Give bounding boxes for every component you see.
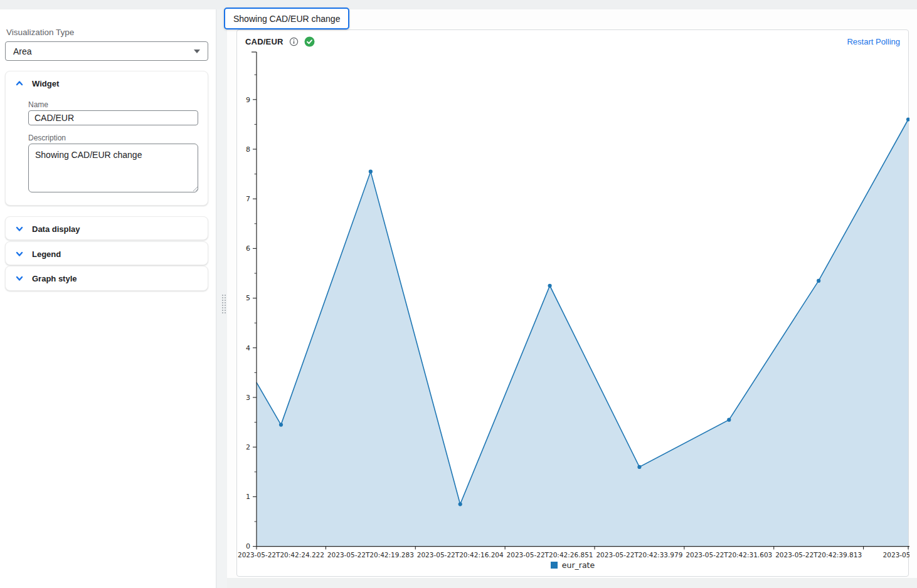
- svg-text:9: 9: [246, 96, 250, 104]
- section-graph-style: Graph style: [5, 266, 208, 291]
- widget-section-title: Widget: [32, 79, 59, 88]
- chart-legend[interactable]: eur_rate: [237, 560, 908, 570]
- visualization-type-label: Visualization Type: [6, 28, 74, 37]
- area-chart: 01234567892023-05-22T20:42:24.2222023-05…: [237, 30, 909, 577]
- svg-text:2: 2: [246, 443, 250, 451]
- config-sidebar: Visualization Type Area Widget Name Desc…: [0, 9, 216, 588]
- svg-text:6: 6: [246, 244, 250, 253]
- widget-section-header[interactable]: Widget: [6, 71, 208, 95]
- svg-text:5: 5: [246, 294, 250, 302]
- svg-text:2023-05-22T20:42:24.222: 2023-05-22T20:42:24.222: [238, 551, 324, 559]
- chevron-down-icon: [14, 273, 24, 283]
- svg-text:8: 8: [246, 145, 250, 154]
- bottom-band: [227, 578, 917, 588]
- legend-swatch-icon: [551, 562, 558, 569]
- splitter-handle[interactable]: [221, 294, 226, 314]
- section-data-display-header[interactable]: Data display: [6, 217, 208, 241]
- chevron-down-icon: [14, 249, 24, 259]
- section-label: Data display: [32, 224, 80, 234]
- name-input[interactable]: [28, 110, 198, 125]
- svg-text:2023-05-22T20:42:19.283: 2023-05-22T20:42:19.283: [327, 551, 414, 559]
- tooltip-text: Showing CAD/EUR change: [233, 14, 340, 24]
- svg-text:2023-05-22T20:42:33.979: 2023-05-22T20:42:33.979: [596, 551, 682, 559]
- svg-text:2023-05-22T20:42:16.204: 2023-05-22T20:42:16.204: [417, 551, 504, 559]
- section-legend-header[interactable]: Legend: [6, 242, 208, 266]
- svg-text:7: 7: [246, 195, 250, 203]
- name-label: Name: [28, 100, 48, 109]
- visualization-type-value: Area: [13, 46, 194, 56]
- splitter-gutter: [217, 9, 227, 588]
- svg-text:2023-05-22T20:42:39.813: 2023-05-22T20:42:39.813: [775, 551, 862, 559]
- svg-text:4: 4: [246, 344, 250, 352]
- svg-text:3: 3: [246, 394, 250, 402]
- section-graph-style-header[interactable]: Graph style: [6, 266, 208, 290]
- chart-card: CAD/EUR Restart Polling 01234567892023-0…: [236, 29, 909, 577]
- description-label: Description: [28, 134, 66, 142]
- visualization-type-select[interactable]: Area: [5, 41, 208, 61]
- description-textarea[interactable]: Showing CAD/EUR change: [28, 144, 198, 192]
- section-legend: Legend: [5, 241, 208, 265]
- widget-panel: Widget Name Description Showing CAD/EUR …: [5, 71, 208, 206]
- legend-label: eur_rate: [562, 560, 595, 570]
- svg-text:2023-05-22T20:42:31.603: 2023-05-22T20:42:31.603: [686, 551, 772, 559]
- svg-text:2023-05-22T20:42:26.851: 2023-05-22T20:42:26.851: [507, 551, 593, 559]
- svg-text:2023-05-22T20: 2023-05-22T20: [883, 551, 909, 559]
- description-tooltip: Showing CAD/EUR change: [224, 8, 349, 29]
- chevron-down-icon: [14, 224, 24, 234]
- dropdown-arrow-icon: [194, 50, 200, 53]
- textarea-resize-handle-icon[interactable]: [192, 186, 198, 192]
- section-data-display: Data display: [5, 216, 208, 240]
- section-label: Graph style: [32, 274, 77, 283]
- svg-text:1: 1: [246, 493, 250, 501]
- chevron-up-icon: [14, 78, 24, 88]
- section-label: Legend: [32, 249, 61, 259]
- svg-text:0: 0: [246, 542, 250, 550]
